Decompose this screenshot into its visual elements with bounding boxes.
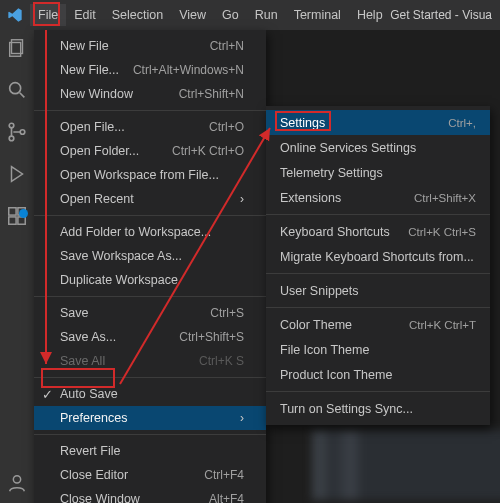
menu-separator <box>266 214 490 215</box>
label: New Window <box>60 87 133 101</box>
title-bar: File Edit Selection View Go Run Terminal… <box>0 0 500 30</box>
svg-point-2 <box>10 83 21 94</box>
label: Preferences <box>60 411 127 425</box>
label: Open Recent <box>60 192 134 206</box>
label: New File <box>60 39 109 53</box>
shortcut: Ctrl+Shift+N <box>179 87 244 101</box>
label: Add Folder to Workspace... <box>60 225 211 239</box>
submenu-telemetry[interactable]: Telemetry Settings <box>266 160 490 185</box>
extensions-icon[interactable] <box>5 204 29 228</box>
label: Close Window <box>60 492 140 503</box>
menu-selection[interactable]: Selection <box>104 4 171 26</box>
menu-new-file-dots[interactable]: New File...Ctrl+Alt+Windows+N <box>34 58 266 82</box>
run-debug-icon[interactable] <box>5 162 29 186</box>
menu-edit[interactable]: Edit <box>66 4 104 26</box>
menu-revert-file[interactable]: Revert File <box>34 439 266 463</box>
menu-save-all: Save AllCtrl+K S <box>34 349 266 373</box>
shortcut: Ctrl+Shift+S <box>179 330 244 344</box>
menu-save-workspace-as[interactable]: Save Workspace As... <box>34 244 266 268</box>
svg-point-4 <box>9 123 14 128</box>
menu-open-workspace-file[interactable]: Open Workspace from File... <box>34 163 266 187</box>
submenu-online-services[interactable]: Online Services Settings <box>266 135 490 160</box>
label: New File... <box>60 63 119 77</box>
svg-line-3 <box>20 93 25 98</box>
menu-save[interactable]: SaveCtrl+S <box>34 301 266 325</box>
shortcut: Ctrl+K S <box>199 354 244 368</box>
menu-separator <box>34 215 266 216</box>
submenu-product-icon-theme[interactable]: Product Icon Theme <box>266 362 490 387</box>
menu-new-file[interactable]: New FileCtrl+N <box>34 34 266 58</box>
shortcut: Ctrl+N <box>210 39 244 53</box>
label: Settings <box>280 116 325 130</box>
submenu-extensions[interactable]: ExtensionsCtrl+Shift+X <box>266 185 490 210</box>
shortcut: Ctrl+O <box>209 120 244 134</box>
menu-separator <box>34 377 266 378</box>
menu-save-as[interactable]: Save As...Ctrl+Shift+S <box>34 325 266 349</box>
shortcut: Ctrl+, <box>448 117 476 129</box>
svg-rect-11 <box>18 217 25 224</box>
submenu-color-theme[interactable]: Color ThemeCtrl+K Ctrl+T <box>266 312 490 337</box>
shortcut: Ctrl+F4 <box>204 468 244 482</box>
shortcut: Ctrl+K Ctrl+S <box>408 226 476 238</box>
shortcut: Ctrl+K Ctrl+T <box>409 319 476 331</box>
submenu-migrate-shortcuts[interactable]: Migrate Keyboard Shortcuts from... <box>266 244 490 269</box>
label: Revert File <box>60 444 120 458</box>
chevron-right-icon: › <box>240 411 244 425</box>
submenu-settings-sync[interactable]: Turn on Settings Sync... <box>266 396 490 421</box>
shortcut: Ctrl+Alt+Windows+N <box>133 63 244 77</box>
label: Keyboard Shortcuts <box>280 225 390 239</box>
label: Duplicate Workspace <box>60 273 178 287</box>
menu-open-recent[interactable]: Open Recent› <box>34 187 266 211</box>
menu-separator <box>34 296 266 297</box>
svg-marker-7 <box>12 167 23 182</box>
search-icon[interactable] <box>5 78 29 102</box>
menu-separator <box>34 110 266 111</box>
check-icon: ✓ <box>42 387 53 402</box>
menu-help[interactable]: Help <box>349 4 391 26</box>
svg-point-5 <box>9 136 14 141</box>
source-control-icon[interactable] <box>5 120 29 144</box>
label: Migrate Keyboard Shortcuts from... <box>280 250 474 264</box>
submenu-settings[interactable]: SettingsCtrl+, <box>266 110 490 135</box>
menu-terminal[interactable]: Terminal <box>286 4 349 26</box>
menu-preferences[interactable]: Preferences› <box>34 406 266 430</box>
menu-file[interactable]: File <box>30 4 66 26</box>
menu-separator <box>266 307 490 308</box>
svg-rect-10 <box>9 217 16 224</box>
window-title: Get Started - Visua <box>390 8 492 22</box>
svg-rect-8 <box>9 208 16 215</box>
menu-close-window[interactable]: Close WindowAlt+F4 <box>34 487 266 503</box>
menu-separator <box>266 391 490 392</box>
menu-open-file[interactable]: Open File...Ctrl+O <box>34 115 266 139</box>
label: Open Workspace from File... <box>60 168 219 182</box>
menu-auto-save[interactable]: ✓Auto Save <box>34 382 266 406</box>
menu-add-folder-workspace[interactable]: Add Folder to Workspace... <box>34 220 266 244</box>
submenu-keyboard-shortcuts[interactable]: Keyboard ShortcutsCtrl+K Ctrl+S <box>266 219 490 244</box>
menu-open-folder[interactable]: Open Folder...Ctrl+K Ctrl+O <box>34 139 266 163</box>
menu-run[interactable]: Run <box>247 4 286 26</box>
label: Extensions <box>280 191 341 205</box>
label: Telemetry Settings <box>280 166 383 180</box>
menu-bar: File Edit Selection View Go Run Terminal… <box>30 4 391 26</box>
label: Turn on Settings Sync... <box>280 402 413 416</box>
shortcut: Ctrl+Shift+X <box>414 192 476 204</box>
menu-separator <box>34 434 266 435</box>
svg-point-6 <box>20 130 25 135</box>
label: User Snippets <box>280 284 359 298</box>
account-icon[interactable] <box>5 471 29 495</box>
label: Auto Save <box>60 387 118 401</box>
menu-new-window[interactable]: New WindowCtrl+Shift+N <box>34 82 266 106</box>
menu-close-editor[interactable]: Close EditorCtrl+F4 <box>34 463 266 487</box>
preferences-submenu: SettingsCtrl+, Online Services Settings … <box>266 106 490 425</box>
shortcut: Ctrl+K Ctrl+O <box>172 144 244 158</box>
menu-separator <box>266 273 490 274</box>
submenu-user-snippets[interactable]: User Snippets <box>266 278 490 303</box>
submenu-file-icon-theme[interactable]: File Icon Theme <box>266 337 490 362</box>
explorer-icon[interactable] <box>5 36 29 60</box>
menu-duplicate-workspace[interactable]: Duplicate Workspace <box>34 268 266 292</box>
label: Color Theme <box>280 318 352 332</box>
label: Save As... <box>60 330 116 344</box>
menu-go[interactable]: Go <box>214 4 247 26</box>
shortcut: Alt+F4 <box>209 492 244 503</box>
menu-view[interactable]: View <box>171 4 214 26</box>
